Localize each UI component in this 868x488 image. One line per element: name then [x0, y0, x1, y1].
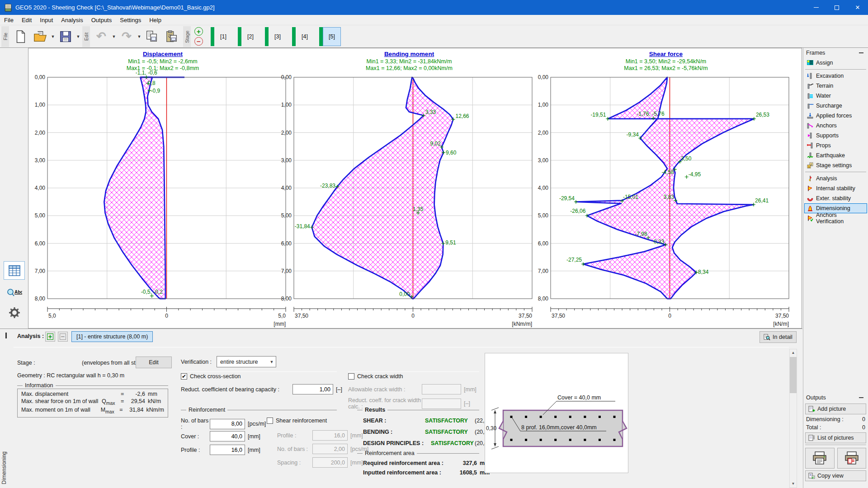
- sidebar-item-assign[interactable]: Assign: [804, 58, 867, 68]
- close-button[interactable]: ✕: [847, 0, 868, 15]
- panel-side-label: Dimensioning: [1, 451, 7, 484]
- panel-grip[interactable]: [5, 333, 7, 338]
- in-detail-button[interactable]: In detail: [760, 331, 797, 343]
- no-of-bars-input[interactable]: [210, 419, 245, 429]
- sidebar-item-analysis[interactable]: Analysis: [804, 174, 867, 183]
- sidebar-item-anchors-verification[interactable]: Anchors Verification: [804, 213, 867, 223]
- svg-text:0,00: 0,00: [35, 74, 46, 80]
- new-file-button[interactable]: [10, 27, 30, 47]
- sidebar-item-excavation[interactable]: Excavation: [804, 71, 867, 81]
- svg-text:8,34: 8,34: [698, 269, 709, 275]
- analysis-tab[interactable]: [1] - entire structure (8,00 m): [71, 331, 153, 342]
- collapse-frames-icon[interactable]: [859, 52, 863, 53]
- shear-spacing-input[interactable]: [312, 457, 348, 468]
- scroll-up-icon[interactable]: ▲: [790, 349, 797, 357]
- sidebar-item-exter-stability[interactable]: Exter. stability: [804, 193, 867, 203]
- stage-button-4[interactable]: [4]: [296, 27, 314, 46]
- edit-stage-button[interactable]: Edit: [136, 357, 172, 368]
- bending-moment-plot: 0,001,002,003,004,005,006,007,008,0037,5…: [274, 48, 545, 328]
- reduct-coefficient-input[interactable]: [292, 384, 333, 394]
- list-of-pictures-button[interactable]: List of pictures: [805, 432, 866, 443]
- menu-outputs[interactable]: Outputs: [87, 15, 116, 25]
- menu-input[interactable]: Input: [36, 15, 57, 25]
- svg-text:3,00: 3,00: [538, 157, 549, 164]
- maximize-button[interactable]: [826, 0, 847, 15]
- add-analysis-button[interactable]: +: [45, 332, 55, 342]
- info-row: Max. moment on 1m of wall Mmax = 31,84 k…: [18, 406, 168, 415]
- paste-button[interactable]: [162, 27, 182, 47]
- add-picture-button[interactable]: Add picture: [805, 404, 866, 414]
- shear-profile-input[interactable]: [312, 430, 348, 441]
- shear-spacing-row: Spacing : [mm]: [277, 457, 363, 468]
- save-dropdown-caret[interactable]: ▼: [75, 34, 81, 39]
- sidebar-item-supports[interactable]: Supports: [804, 131, 867, 141]
- settings-view-button[interactable]: [4, 303, 25, 322]
- sidebar-item-surcharge[interactable]: Surcharge: [804, 101, 867, 111]
- redo-dropdown-caret[interactable]: ▼: [137, 34, 142, 39]
- sidebar-item-terrain[interactable]: Terrain: [804, 81, 867, 91]
- svg-text:4,00: 4,00: [35, 185, 46, 191]
- open-file-button[interactable]: [30, 27, 50, 47]
- stage-button-2[interactable]: [2]: [241, 27, 259, 46]
- svg-text:3,50: 3,50: [681, 155, 692, 162]
- sidebar-item-applied-forces[interactable]: Applied forces: [804, 111, 867, 121]
- profile-input[interactable]: [210, 445, 245, 455]
- sidebar-item-internal-stability[interactable]: Internal stability: [804, 183, 867, 193]
- print-selection-button[interactable]: [837, 448, 867, 469]
- shear-no-of-bars-input[interactable]: [312, 444, 348, 454]
- shear-reinforcement-checkbox[interactable]: [267, 418, 273, 424]
- save-button[interactable]: [56, 27, 75, 47]
- abc-view-button[interactable]: Abc: [4, 283, 25, 302]
- remove-stage-button[interactable]: −: [194, 37, 203, 46]
- copy-view-button[interactable]: Copy view: [805, 470, 866, 481]
- reduct-coefficient-label: Reduct. coefficient of bearing capacity …: [181, 386, 292, 393]
- sidebar-item-water[interactable]: Water: [804, 91, 867, 101]
- svg-text:0,33: 0,33: [654, 239, 665, 245]
- remove-analysis-button[interactable]: −: [58, 332, 68, 342]
- sidebar-item-earthquake[interactable]: Earthquake: [804, 150, 867, 160]
- svg-text:8,00: 8,00: [35, 296, 46, 302]
- svg-text:7,00: 7,00: [538, 268, 549, 274]
- svg-text:2,00: 2,00: [538, 130, 549, 136]
- table-view-button[interactable]: [4, 261, 25, 280]
- svg-text:1,35: 1,35: [413, 206, 424, 212]
- menu-edit[interactable]: Edit: [18, 15, 36, 25]
- svg-text:Cover = 40,0 mm: Cover = 40,0 mm: [557, 394, 601, 401]
- menu-bar: File Edit Input Analysis Outputs Setting…: [0, 15, 868, 25]
- open-dropdown-caret[interactable]: ▼: [50, 34, 56, 39]
- sidebar-item-stage-settings[interactable]: 12Stage settings: [804, 160, 867, 170]
- svg-text:7,00: 7,00: [35, 268, 46, 274]
- menu-analysis[interactable]: Analysis: [57, 15, 87, 25]
- check-crack-width-checkbox[interactable]: [348, 373, 354, 380]
- scrollbar-thumb[interactable]: [790, 357, 797, 393]
- svg-text:0: 0: [165, 313, 168, 319]
- toolbar-edit-group-label: Edit: [82, 26, 90, 47]
- allowable-crack-input[interactable]: [422, 384, 461, 394]
- verification-select[interactable]: entire structure ▼: [217, 356, 276, 367]
- svg-text:-1,1, -0,6: -1,1, -0,6: [136, 70, 157, 76]
- undo-dropdown-caret[interactable]: ▼: [111, 34, 117, 39]
- menu-settings[interactable]: Settings: [116, 15, 145, 25]
- svg-text:-31,84: -31,84: [295, 223, 310, 230]
- sidebar-item-props[interactable]: Props: [804, 141, 867, 150]
- check-cross-section-checkbox[interactable]: ✔: [181, 373, 187, 380]
- undo-button[interactable]: ↶: [91, 27, 111, 47]
- bottom-panel-scrollbar[interactable]: ▲ ▼: [789, 349, 797, 488]
- sidebar-separator: [805, 69, 866, 70]
- collapse-outputs-icon[interactable]: [859, 397, 863, 398]
- svg-text:5,0: 5,0: [48, 313, 56, 319]
- redo-button[interactable]: ↷: [117, 27, 137, 47]
- stage-button-1[interactable]: [1]: [214, 27, 232, 46]
- print-button[interactable]: [805, 448, 835, 469]
- stage-button-5[interactable]: [5]: [323, 27, 341, 46]
- stage-bar: [292, 27, 296, 46]
- menu-help[interactable]: Help: [145, 15, 165, 25]
- menu-file[interactable]: File: [0, 15, 18, 25]
- add-stage-button[interactable]: +: [194, 27, 203, 36]
- minimize-button[interactable]: [806, 0, 826, 15]
- copy-button[interactable]: [142, 27, 162, 47]
- scroll-down-icon[interactable]: ▼: [790, 480, 797, 488]
- stage-button-3[interactable]: [3]: [269, 27, 287, 46]
- sidebar-item-anchors[interactable]: Anchors: [804, 121, 867, 131]
- cover-input[interactable]: [210, 431, 245, 441]
